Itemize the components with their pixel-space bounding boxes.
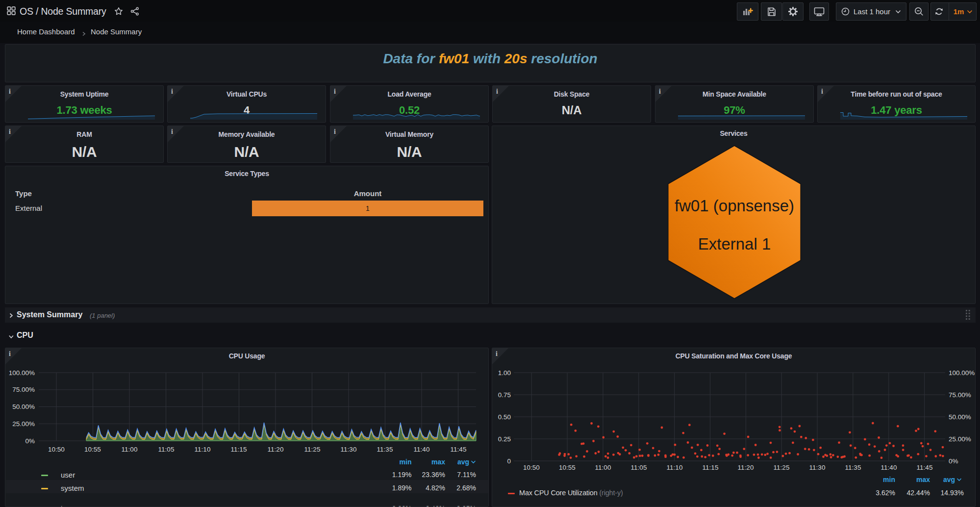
svg-text:11:45: 11:45 (451, 446, 467, 453)
svg-text:0.75: 0.75 (498, 391, 511, 399)
svg-text:11:40: 11:40 (414, 446, 430, 453)
svg-text:External 1: External 1 (698, 235, 771, 253)
svg-text:10:50: 10:50 (523, 464, 540, 471)
svg-text:11:10: 11:10 (667, 464, 683, 471)
svg-text:0: 0 (507, 457, 511, 465)
svg-text:1.00: 1.00 (498, 369, 511, 377)
svg-text:25.00%: 25.00% (949, 435, 971, 443)
svg-text:11:05: 11:05 (158, 446, 175, 453)
svg-text:11:25: 11:25 (304, 446, 321, 453)
svg-text:50.00%: 50.00% (12, 403, 35, 410)
svg-text:75.00%: 75.00% (949, 391, 971, 399)
svg-text:11:15: 11:15 (703, 464, 719, 471)
svg-text:10:55: 10:55 (84, 446, 101, 453)
svg-text:11:30: 11:30 (341, 446, 357, 453)
svg-text:11:20: 11:20 (738, 464, 754, 471)
svg-text:100.00%: 100.00% (9, 369, 35, 377)
svg-text:25.00%: 25.00% (12, 420, 35, 428)
svg-text:11:00: 11:00 (595, 464, 611, 471)
svg-text:11:30: 11:30 (809, 464, 826, 471)
svg-text:11:10: 11:10 (195, 446, 211, 453)
svg-text:10:55: 10:55 (559, 464, 576, 471)
svg-text:11:15: 11:15 (231, 446, 247, 453)
svg-text:fw01 (opnsense): fw01 (opnsense) (675, 197, 794, 215)
svg-text:11:40: 11:40 (881, 464, 897, 471)
svg-text:11:35: 11:35 (845, 464, 861, 471)
svg-text:11:35: 11:35 (377, 446, 393, 453)
svg-text:11:00: 11:00 (122, 446, 138, 453)
svg-text:100.00%: 100.00% (949, 369, 975, 377)
svg-text:0%: 0% (25, 437, 35, 445)
svg-text:10:50: 10:50 (48, 446, 65, 453)
svg-text:0.25: 0.25 (498, 435, 511, 443)
svg-text:11:05: 11:05 (631, 464, 647, 471)
svg-text:75.00%: 75.00% (12, 386, 35, 393)
svg-text:11:45: 11:45 (917, 464, 933, 471)
svg-text:50.00%: 50.00% (949, 413, 971, 421)
svg-text:0%: 0% (949, 457, 958, 465)
svg-text:11:25: 11:25 (774, 464, 790, 471)
svg-text:11:20: 11:20 (268, 446, 284, 453)
svg-text:0.50: 0.50 (498, 413, 511, 421)
